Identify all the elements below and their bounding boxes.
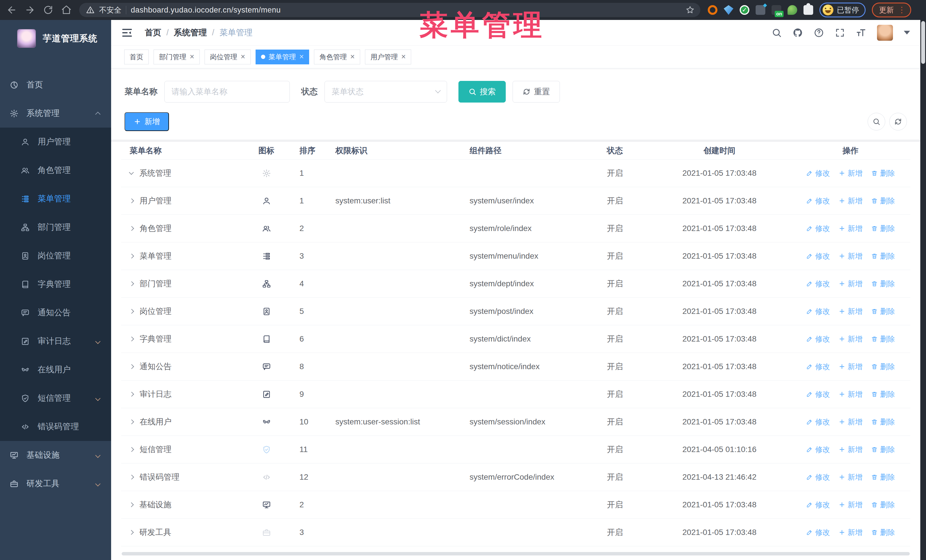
edit-link[interactable]: 修改 <box>806 251 830 261</box>
tag-tab-role[interactable]: 角色管理× <box>314 50 360 64</box>
add-child-link[interactable]: 新增 <box>838 168 862 178</box>
breadcrumb-item[interactable]: 系统管理 <box>174 27 207 38</box>
edit-link[interactable]: 修改 <box>806 389 830 399</box>
delete-link[interactable]: 删除 <box>871 306 895 317</box>
sidebar-item-sms[interactable]: 短信管理 <box>0 384 111 412</box>
add-child-link[interactable]: 新增 <box>838 251 862 261</box>
expand-icon[interactable] <box>129 281 134 286</box>
expand-icon[interactable] <box>129 364 134 369</box>
delete-link[interactable]: 删除 <box>871 362 895 372</box>
add-child-link[interactable]: 新增 <box>838 417 862 427</box>
edit-link[interactable]: 修改 <box>806 306 830 317</box>
search-icon[interactable] <box>772 28 782 38</box>
tag-tab-post[interactable]: 岗位管理× <box>204 50 251 64</box>
delete-link[interactable]: 删除 <box>871 472 895 482</box>
expand-icon[interactable] <box>129 475 134 480</box>
add-child-link[interactable]: 新增 <box>838 306 862 317</box>
sidebar-item-audit[interactable]: 审计日志 <box>0 327 111 355</box>
delete-link[interactable]: 删除 <box>871 334 895 344</box>
help-icon[interactable] <box>814 28 824 38</box>
expand-icon[interactable] <box>129 503 134 507</box>
tag-tab-home[interactable]: 首页 <box>124 50 149 64</box>
tag-tab-menu[interactable]: 菜单管理× <box>256 50 309 64</box>
edit-link[interactable]: 修改 <box>806 168 830 178</box>
add-child-link[interactable]: 新增 <box>838 528 862 537</box>
expand-icon[interactable] <box>129 226 134 231</box>
expand-icon[interactable] <box>129 447 134 452</box>
browser-update-button[interactable]: 更新 ⋮ <box>872 3 911 17</box>
expand-icon[interactable] <box>129 337 134 341</box>
user-menu-caret-icon[interactable] <box>904 31 910 35</box>
delete-link[interactable]: 删除 <box>871 500 895 510</box>
extension-bars-icon[interactable] <box>756 5 765 15</box>
sidebar-item-home[interactable]: 首页 <box>0 71 111 99</box>
delete-link[interactable]: 删除 <box>871 168 895 178</box>
app-logo-row[interactable]: 芋道管理系统 <box>0 20 111 57</box>
reset-button[interactable]: 重置 <box>513 81 560 103</box>
add-child-link[interactable]: 新增 <box>838 389 862 399</box>
edit-link[interactable]: 修改 <box>806 279 830 289</box>
add-child-link[interactable]: 新增 <box>838 196 862 206</box>
expand-icon[interactable] <box>129 254 134 259</box>
github-icon[interactable] <box>793 28 803 38</box>
add-child-link[interactable]: 新增 <box>838 362 862 372</box>
expand-icon[interactable] <box>129 420 134 424</box>
refresh-table-button[interactable] <box>889 113 907 130</box>
horizontal-scrollbar[interactable] <box>122 552 910 555</box>
menu-name-input[interactable] <box>164 81 290 103</box>
sidebar-item-post[interactable]: 岗位管理 <box>0 242 111 270</box>
extensions-puzzle-icon[interactable] <box>803 5 813 15</box>
edit-link[interactable]: 修改 <box>806 472 830 482</box>
breadcrumb-item[interactable]: 首页 <box>145 27 161 38</box>
security-label[interactable]: 不安全 <box>99 5 121 15</box>
edit-link[interactable]: 修改 <box>806 528 830 537</box>
url-text[interactable]: dashboard.yudao.iocoder.cn/system/menu <box>131 6 681 15</box>
page-scrollbar[interactable] <box>920 20 926 560</box>
sidebar-item-user[interactable]: 用户管理 <box>0 128 111 156</box>
delete-link[interactable]: 删除 <box>871 389 895 399</box>
add-child-link[interactable]: 新增 <box>838 334 862 344</box>
add-child-link[interactable]: 新增 <box>838 279 862 289</box>
close-icon[interactable]: × <box>401 53 406 61</box>
delete-link[interactable]: 删除 <box>871 279 895 289</box>
tag-tab-dept[interactable]: 部门管理× <box>154 50 200 64</box>
close-icon[interactable]: × <box>190 53 194 61</box>
sidebar-item-infra[interactable]: 基础设施 <box>0 441 111 469</box>
edit-link[interactable]: 修改 <box>806 445 830 454</box>
expand-icon[interactable] <box>129 392 134 397</box>
font-size-icon[interactable] <box>856 28 866 38</box>
edit-link[interactable]: 修改 <box>806 223 830 234</box>
expand-icon[interactable] <box>129 530 134 535</box>
edit-link[interactable]: 修改 <box>806 196 830 206</box>
sidebar-item-role[interactable]: 角色管理 <box>0 156 111 184</box>
add-button[interactable]: 新增 <box>124 112 169 131</box>
toggle-search-button[interactable] <box>868 113 885 130</box>
expand-icon[interactable] <box>129 199 134 203</box>
sidebar-item-dict[interactable]: 字典管理 <box>0 270 111 299</box>
home-icon[interactable] <box>61 5 72 15</box>
add-child-link[interactable]: 新增 <box>838 500 862 510</box>
delete-link[interactable]: 删除 <box>871 196 895 206</box>
sidebar-item-errcode[interactable]: 错误码管理 <box>0 412 111 441</box>
sidebar-fold-icon[interactable] <box>121 27 133 38</box>
status-select[interactable]: 菜单状态 <box>325 81 447 103</box>
expand-icon[interactable] <box>129 309 134 314</box>
fullscreen-icon[interactable] <box>835 28 845 38</box>
sidebar-item-system[interactable]: 系统管理 <box>0 99 111 128</box>
close-icon[interactable]: × <box>241 53 245 61</box>
edit-link[interactable]: 修改 <box>806 417 830 427</box>
delete-link[interactable]: 删除 <box>871 223 895 234</box>
search-button[interactable]: 搜索 <box>458 81 506 103</box>
extension-orange-icon[interactable] <box>708 5 717 15</box>
close-icon[interactable]: × <box>350 53 355 61</box>
edit-link[interactable]: 修改 <box>806 362 830 372</box>
extension-leaf-icon[interactable] <box>788 5 797 15</box>
sidebar-item-menu[interactable]: 菜单管理 <box>0 184 111 213</box>
extension-check-icon[interactable]: ✓ <box>740 5 749 15</box>
sidebar-item-notice[interactable]: 通知公告 <box>0 299 111 327</box>
extension-switch-icon[interactable]: on <box>772 5 781 15</box>
update-menu-dots-icon[interactable]: ⋮ <box>898 6 906 14</box>
sidebar-item-dept[interactable]: 部门管理 <box>0 213 111 242</box>
delete-link[interactable]: 删除 <box>871 417 895 427</box>
extension-gem-icon[interactable] <box>724 5 733 15</box>
